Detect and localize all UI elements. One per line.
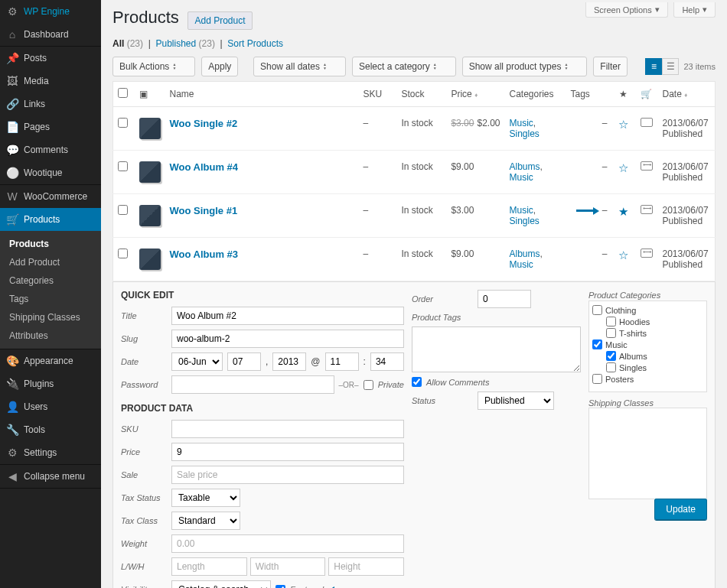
apply-button[interactable]: Apply bbox=[201, 57, 238, 76]
submenu-shipping-classes[interactable]: Shipping Classes bbox=[0, 308, 101, 326]
category-link[interactable]: Music bbox=[510, 205, 533, 216]
sku-column-header[interactable]: SKU bbox=[358, 82, 396, 107]
sidebar-item-links[interactable]: 🔗Links bbox=[0, 93, 101, 115]
select-all-checkbox[interactable] bbox=[118, 88, 128, 98]
qe-tags-textarea[interactable] bbox=[412, 326, 581, 372]
product-thumbnail[interactable] bbox=[139, 249, 161, 270]
submenu-add-product[interactable]: Add Product bbox=[0, 253, 101, 271]
list-view-icon[interactable]: ≡ bbox=[645, 58, 662, 75]
qe-price-input[interactable] bbox=[171, 443, 404, 461]
update-button[interactable]: Update bbox=[654, 499, 707, 520]
qe-title-input[interactable] bbox=[171, 307, 404, 325]
category-checkbox-item[interactable]: Music bbox=[592, 339, 703, 350]
qe-length-input[interactable] bbox=[171, 557, 247, 576]
category-link[interactable]: Music bbox=[510, 172, 533, 183]
category-checkbox[interactable] bbox=[592, 305, 602, 315]
category-link[interactable]: Singles bbox=[510, 128, 540, 139]
featured-star-icon[interactable]: ☆ bbox=[618, 249, 628, 262]
category-checkbox[interactable] bbox=[606, 328, 616, 338]
sidebar-item-pages[interactable]: 📄Pages bbox=[0, 115, 101, 138]
categories-column-header[interactable]: Categories bbox=[505, 82, 566, 107]
published-filter-link[interactable]: Published bbox=[155, 38, 196, 49]
filter-button[interactable]: Filter bbox=[593, 57, 628, 76]
date-column-header[interactable]: Date ♦ bbox=[658, 82, 716, 107]
row-checkbox[interactable] bbox=[118, 205, 128, 215]
sidebar-item-woocommerce[interactable]: WWooCommerce bbox=[0, 185, 101, 208]
qe-width-input[interactable] bbox=[250, 557, 326, 576]
submenu-attributes[interactable]: Attributes bbox=[0, 326, 101, 345]
sidebar-item-comments[interactable]: 💬Comments bbox=[0, 138, 101, 161]
category-checkbox-item[interactable]: Posters bbox=[592, 373, 703, 385]
sidebar-item-media[interactable]: 🖼Media bbox=[0, 70, 101, 93]
stock-column-header[interactable]: Stock bbox=[396, 82, 446, 107]
sort-products-link[interactable]: Sort Products bbox=[227, 38, 283, 49]
category-checkbox-item[interactable]: Albums bbox=[592, 350, 703, 362]
category-checkbox[interactable] bbox=[606, 362, 616, 372]
category-checkbox[interactable] bbox=[606, 317, 616, 326]
qe-taxstatus-select[interactable]: Taxable bbox=[171, 489, 240, 507]
category-checkbox-item[interactable]: T-shirts bbox=[592, 327, 703, 339]
qe-weight-input[interactable] bbox=[171, 534, 404, 553]
category-checkbox-item[interactable]: Clothing bbox=[592, 304, 703, 316]
featured-star-icon[interactable]: ★ bbox=[618, 205, 628, 218]
bulk-actions-select[interactable]: Bulk Actions▲▼ bbox=[112, 57, 195, 76]
category-checklist[interactable]: ClothingHoodiesT-shirtsMusicAlbumsSingle… bbox=[588, 300, 707, 392]
dates-filter-select[interactable]: Show all dates▲▼ bbox=[253, 57, 346, 76]
row-checkbox[interactable] bbox=[118, 161, 128, 171]
qe-sale-input[interactable] bbox=[171, 466, 404, 484]
product-name-link[interactable]: Woo Single #1 bbox=[170, 205, 238, 216]
help-tab[interactable]: Help ▾ bbox=[673, 2, 716, 18]
category-link[interactable]: Music bbox=[510, 118, 533, 128]
qe-order-input[interactable] bbox=[478, 290, 531, 308]
sidebar-item-wp-engine[interactable]: ⚙WP Engine bbox=[0, 0, 101, 23]
qe-status-select[interactable]: Published bbox=[478, 391, 554, 410]
submenu-products[interactable]: Products bbox=[0, 235, 101, 253]
product-thumbnail[interactable] bbox=[139, 118, 161, 139]
screen-options-tab[interactable]: Screen Options ▾ bbox=[585, 2, 668, 18]
qe-hour-input[interactable] bbox=[325, 352, 359, 371]
category-checkbox[interactable] bbox=[592, 339, 602, 349]
qe-slug-input[interactable] bbox=[171, 330, 404, 348]
qe-height-input[interactable] bbox=[328, 557, 404, 576]
sidebar-item-appearance[interactable]: 🎨Appearance bbox=[0, 349, 101, 372]
excerpt-view-icon[interactable]: ☰ bbox=[662, 58, 679, 75]
add-product-button[interactable]: Add Product bbox=[187, 11, 252, 30]
price-column-header[interactable]: Price ♦ bbox=[446, 82, 504, 107]
qe-min-input[interactable] bbox=[370, 352, 404, 371]
sidebar-item-posts[interactable]: 📌Posts bbox=[0, 47, 101, 70]
product-thumbnail[interactable] bbox=[139, 161, 161, 183]
category-checkbox[interactable] bbox=[592, 374, 602, 384]
product-name-link[interactable]: Woo Single #2 bbox=[170, 118, 238, 129]
category-filter-select[interactable]: Select a category▲▼ bbox=[352, 57, 456, 76]
sidebar-item-wootique[interactable]: ⚪Wootique bbox=[0, 161, 101, 184]
qe-password-input[interactable] bbox=[171, 375, 334, 394]
qe-featured-checkbox[interactable] bbox=[275, 585, 285, 589]
category-checkbox[interactable] bbox=[606, 351, 616, 361]
qe-comments-checkbox[interactable] bbox=[412, 377, 422, 387]
product-name-link[interactable]: Woo Album #4 bbox=[170, 161, 239, 173]
category-checkbox-item[interactable]: Hoodies bbox=[592, 316, 703, 327]
featured-star-icon[interactable]: ☆ bbox=[618, 161, 628, 174]
row-checkbox[interactable] bbox=[118, 118, 128, 128]
product-thumbnail[interactable] bbox=[139, 205, 161, 226]
sidebar-item-tools[interactable]: 🔧Tools bbox=[0, 418, 101, 441]
category-link[interactable]: Albums bbox=[510, 249, 540, 259]
category-link[interactable]: Albums bbox=[510, 161, 540, 172]
sidebar-item-users[interactable]: 👤Users bbox=[0, 395, 101, 418]
shipping-classes-box[interactable] bbox=[588, 408, 707, 499]
category-checkbox-item[interactable]: Singles bbox=[592, 362, 703, 373]
qe-visibility-select[interactable]: Catalog & search bbox=[171, 580, 271, 588]
product-name-link[interactable]: Woo Album #3 bbox=[170, 249, 239, 260]
sidebar-item-dashboard[interactable]: ⌂Dashboard bbox=[0, 23, 101, 46]
name-column-header[interactable]: Name bbox=[165, 82, 359, 107]
type-filter-select[interactable]: Show all product types▲▼ bbox=[462, 57, 588, 76]
sidebar-item-products[interactable]: 🛒Products bbox=[0, 208, 101, 231]
qe-year-input[interactable] bbox=[272, 352, 306, 371]
qe-month-select[interactable]: 06-Jun bbox=[171, 352, 223, 371]
qe-private-checkbox[interactable] bbox=[364, 380, 373, 390]
sidebar-item-plugins[interactable]: 🔌Plugins bbox=[0, 372, 101, 395]
tags-column-header[interactable]: Tags bbox=[566, 82, 612, 107]
row-checkbox[interactable] bbox=[118, 249, 128, 258]
sidebar-item-collapse-menu[interactable]: ◀Collapse menu bbox=[0, 465, 101, 488]
sidebar-item-settings[interactable]: ⚙Settings bbox=[0, 441, 101, 464]
